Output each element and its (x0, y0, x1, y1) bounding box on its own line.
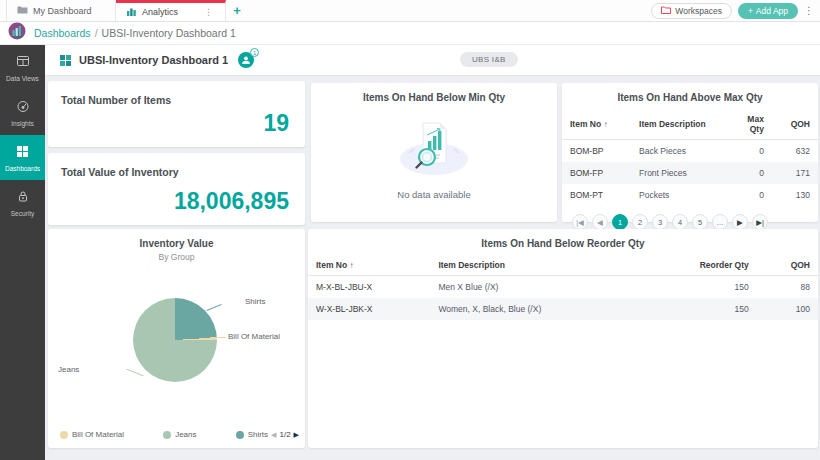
last-page-button[interactable]: ▶| (752, 214, 768, 230)
legend-prev-icon[interactable]: ◀ (271, 431, 276, 439)
more-options-icon[interactable]: ⋮ (804, 5, 814, 16)
share-count-badge: 1 (250, 48, 259, 57)
table-row[interactable]: BOM-PT Pockets 0 130 (562, 184, 818, 206)
legend-next-icon[interactable]: ▶ (294, 431, 299, 439)
slice-label-jeans: Jeans (58, 365, 79, 374)
empty-state-text: No data available (311, 189, 557, 200)
tab-label: Analytics (142, 7, 178, 17)
kpi-title: Total Value of Inventory (48, 153, 305, 178)
leader-line (126, 369, 143, 377)
next-page-button[interactable]: ▶ (732, 214, 748, 230)
col-header-reorder-qty[interactable]: Reorder Qty (665, 255, 757, 276)
legend-dot (236, 431, 244, 439)
legend-dot (60, 431, 68, 439)
shared-users[interactable]: 1 (238, 52, 254, 68)
pagination: |◀ ◀ 1 2 3 4 5 … ▶ ▶| (562, 214, 818, 230)
col-header-item-no[interactable]: Item No ↑ (562, 109, 631, 140)
insights-icon (16, 99, 30, 117)
card-title: Items On Hand Above Max Qty (562, 83, 818, 103)
pie-chart[interactable] (133, 298, 217, 382)
legend-pager: Shirts ◀ 1/2 ▶ (236, 430, 299, 439)
workspaces-folder-icon (661, 6, 671, 16)
col-header-item-description[interactable]: Item Description (430, 255, 665, 276)
first-page-button[interactable]: |◀ (572, 214, 588, 230)
page-ellipsis[interactable]: … (712, 214, 728, 230)
breadcrumb-bar: Dashboards / UBSI-Inventory Dashboard 1 (0, 22, 820, 45)
chart-title: Inventory Value (48, 229, 305, 249)
sidebar-item-insights[interactable]: Insights (0, 90, 45, 135)
app-badge: UBS I&B (460, 52, 518, 67)
breadcrumb-dashboards-link[interactable]: Dashboards (34, 27, 91, 39)
col-header-item-description[interactable]: Item Description (631, 109, 728, 140)
card-total-number-of-items: Total Number of Items 19 (48, 81, 305, 147)
workspaces-button[interactable]: Workspaces (651, 3, 732, 19)
col-header-qoh[interactable]: QOH (772, 109, 818, 140)
bar-chart-icon (126, 6, 137, 18)
tab-options-icon[interactable]: ⋮ (202, 7, 215, 17)
legend-item-jeans[interactable]: Jeans (163, 430, 196, 439)
card-inventory-value: Inventory Value By Group Shirts Bill Of … (48, 229, 305, 448)
legend-page-indicator: 1/2 (279, 430, 290, 439)
sidebar-item-data-views[interactable]: Data Views (0, 45, 45, 90)
sidebar-item-security[interactable]: Security (0, 180, 45, 225)
card-title: Items On Hand Below Reorder Qty (308, 229, 818, 249)
plus-icon: + (748, 6, 753, 16)
breadcrumb-separator: / (95, 27, 98, 39)
chart-subtitle: By Group (48, 249, 305, 262)
slice-label-bill-of-material: Bill Of Material (228, 332, 280, 341)
tab-my-dashboard[interactable]: My Dashboard (6, 0, 116, 21)
folder-icon (17, 5, 28, 16)
sidebar-item-dashboards[interactable]: Dashboards (0, 135, 45, 180)
col-header-max-qty[interactable]: Max Qty (728, 109, 772, 140)
table-row[interactable]: BOM-FP Front Pieces 0 171 (562, 162, 818, 184)
app-window: My Dashboard Analytics ⋮ + Workspaces + … (0, 0, 820, 460)
table-row[interactable]: W-X-BL-JBK-X Women, X, Black, Blue (/X) … (308, 298, 818, 320)
page-button-5[interactable]: 5 (692, 214, 708, 230)
dashboards-grid-icon (16, 144, 29, 162)
prev-page-button[interactable]: ◀ (592, 214, 608, 230)
table-row[interactable]: BOM-BP Back Pieces 0 632 (562, 140, 818, 163)
card-items-below-reorder-qty: Items On Hand Below Reorder Qty Item No … (308, 229, 818, 448)
leader-line (206, 304, 221, 311)
dashboard-title: UBSI-Inventory Dashboard 1 (79, 54, 228, 66)
page-button-3[interactable]: 3 (652, 214, 668, 230)
kpi-value: 18,006,895 (174, 188, 289, 215)
tab-analytics[interactable]: Analytics ⋮ (116, 0, 226, 21)
slice-label-shirts: Shirts (245, 297, 265, 306)
no-data-illustration (311, 113, 557, 185)
sort-asc-icon: ↑ (350, 261, 354, 270)
legend-dot (163, 431, 171, 439)
leader-line (210, 337, 226, 338)
data-views-icon (16, 54, 30, 72)
col-header-item-no[interactable]: Item No ↑ (308, 255, 430, 276)
legend-item-bill-of-material[interactable]: Bill Of Material (60, 430, 124, 439)
legend-item-shirts[interactable]: Shirts (236, 430, 268, 439)
dashboard-header: UBSI-Inventory Dashboard 1 1 UBS I&B (45, 45, 820, 76)
kpi-title: Total Number of Items (48, 81, 305, 106)
chart-legend: Bill Of Material Jeans Shirts ◀ 1/2 ▶ (60, 430, 299, 439)
card-total-value-of-inventory: Total Value of Inventory 18,006,895 (48, 153, 305, 225)
dashboard-type-icon (60, 55, 71, 66)
tab-label: My Dashboard (33, 6, 92, 16)
topbar-actions: Workspaces + Add App ⋮ (651, 0, 820, 21)
app-logo[interactable] (8, 22, 26, 44)
page-button-2[interactable]: 2 (632, 214, 648, 230)
lock-icon (16, 189, 30, 207)
tab-strip: My Dashboard Analytics ⋮ + Workspaces + … (0, 0, 820, 22)
card-items-above-max-qty: Items On Hand Above Max Qty Item No ↑ It… (562, 83, 818, 222)
col-header-qoh[interactable]: QOH (757, 255, 818, 276)
new-tab-button[interactable]: + (226, 0, 248, 21)
table-row[interactable]: M-X-BL-JBU-X Men X Blue (/X) 150 88 (308, 276, 818, 299)
page-button-1[interactable]: 1 (612, 214, 628, 230)
below-reorder-table: Item No ↑ Item Description Reorder Qty Q… (308, 255, 818, 320)
card-title: Items On Hand Below Min Qty (311, 83, 557, 103)
sort-asc-icon: ↑ (604, 120, 608, 129)
breadcrumb-current: UBSI-Inventory Dashboard 1 (102, 27, 236, 39)
page-button-4[interactable]: 4 (672, 214, 688, 230)
above-max-table: Item No ↑ Item Description Max Qty QOH B… (562, 109, 818, 206)
add-app-button[interactable]: + Add App (738, 3, 798, 19)
card-items-below-min-qty: Items On Hand Below Min Qty No data avai… (311, 83, 557, 222)
sidebar: Data Views Insights Dashboards Security (0, 45, 45, 460)
kpi-value: 19 (263, 110, 289, 137)
